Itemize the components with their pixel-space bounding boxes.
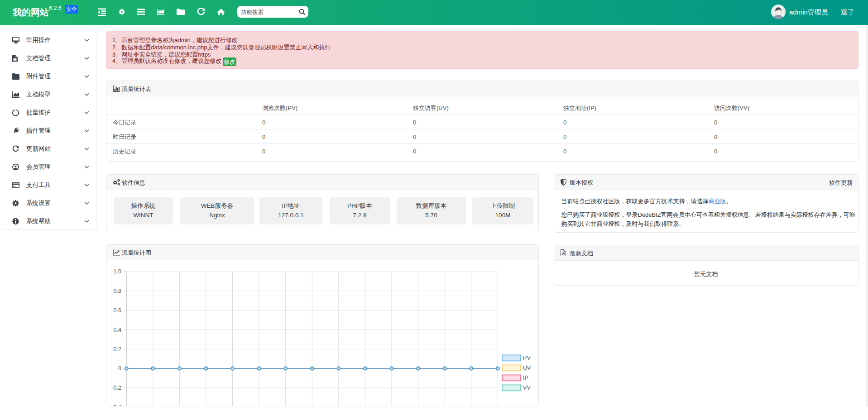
svg-text:0.8: 0.8 [114,288,121,294]
svg-text:W: W [561,252,565,256]
svg-text:0.4: 0.4 [114,327,121,333]
svg-text:0.2: 0.2 [114,346,121,353]
svg-text:1.0: 1.0 [114,268,121,275]
svg-text:PV: PV [523,355,531,361]
svg-text:0: 0 [118,365,121,372]
svg-text:-0.4: -0.4 [111,404,121,406]
svg-text:UV: UV [523,365,531,371]
svg-text:IP: IP [523,375,528,381]
svg-text:VV: VV [523,385,531,391]
svg-text:0.6: 0.6 [114,307,121,314]
svg-text:-0.2: -0.2 [111,385,121,391]
